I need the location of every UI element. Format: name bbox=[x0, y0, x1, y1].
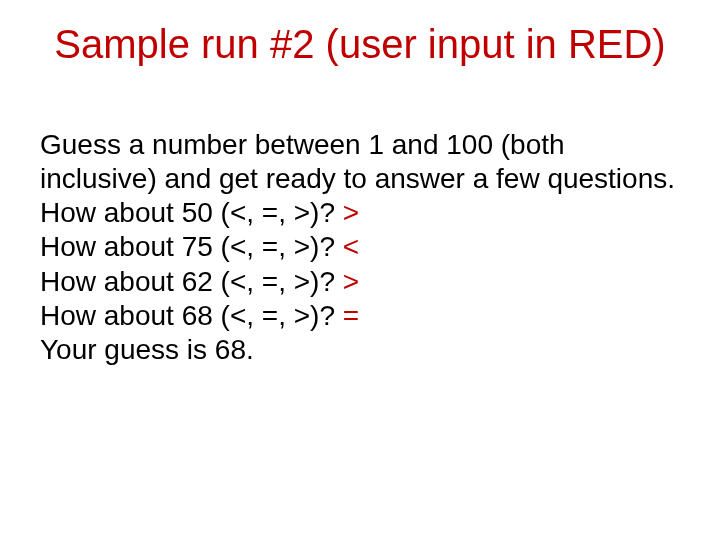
slide-body: Guess a number between 1 and 100 (both i… bbox=[40, 128, 680, 367]
user-input: < bbox=[343, 231, 359, 262]
prompt-question: How about 50 (<, =, >)? bbox=[40, 197, 343, 228]
prompt-question: How about 75 (<, =, >)? bbox=[40, 231, 343, 262]
slide: Sample run #2 (user input in RED) Guess … bbox=[0, 0, 720, 540]
prompt-line: How about 75 (<, =, >)? < bbox=[40, 230, 680, 264]
prompt-question: How about 62 (<, =, >)? bbox=[40, 266, 343, 297]
result-text: Your guess is 68. bbox=[40, 333, 680, 367]
prompt-line: How about 50 (<, =, >)? > bbox=[40, 196, 680, 230]
user-input: = bbox=[343, 300, 359, 331]
user-input: > bbox=[343, 266, 359, 297]
prompt-line: How about 68 (<, =, >)? = bbox=[40, 299, 680, 333]
prompt-question: How about 68 (<, =, >)? bbox=[40, 300, 343, 331]
slide-title: Sample run #2 (user input in RED) bbox=[0, 22, 720, 67]
user-input: > bbox=[343, 197, 359, 228]
intro-text: Guess a number between 1 and 100 (both i… bbox=[40, 128, 680, 196]
prompt-line: How about 62 (<, =, >)? > bbox=[40, 265, 680, 299]
